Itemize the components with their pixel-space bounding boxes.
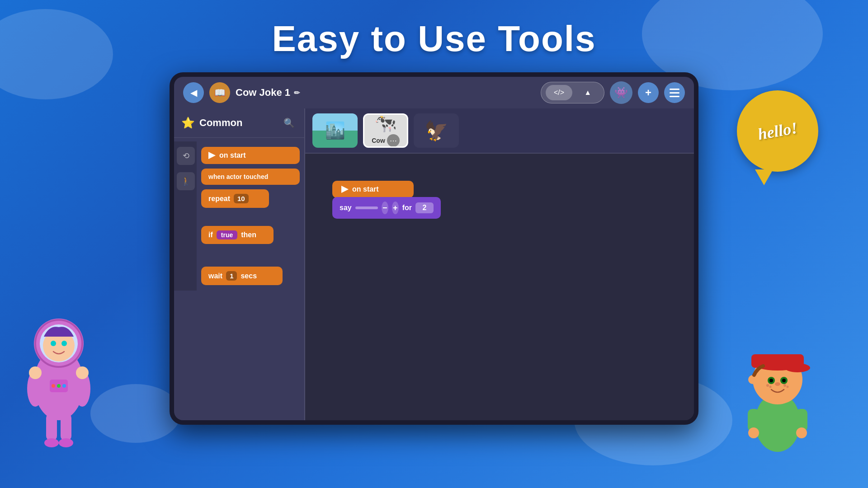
scene-icon: ▲ bbox=[584, 89, 591, 97]
play-icon bbox=[208, 152, 216, 159]
secs-label: secs bbox=[241, 272, 257, 280]
left-panel: ⭐ Common 🔍 ⟲ 🚶 bbox=[174, 108, 305, 420]
then-label: then bbox=[241, 231, 256, 239]
bubble-text: hello! bbox=[756, 118, 799, 144]
edit-icon[interactable]: ✏ bbox=[294, 89, 300, 97]
star-icon: ⭐ bbox=[181, 117, 195, 129]
svg-point-32 bbox=[775, 382, 780, 386]
plus-button[interactable]: + bbox=[392, 202, 399, 214]
say-value-input[interactable] bbox=[355, 206, 378, 209]
page-title: Easy to Use Tools bbox=[0, 0, 868, 60]
cow-icon: 🐄 bbox=[374, 114, 397, 132]
svg-point-27 bbox=[782, 379, 786, 382]
sprite-bird[interactable]: 🦅 bbox=[414, 113, 459, 148]
panel-sidebar-icons: ⟲ 🚶 bbox=[174, 141, 197, 291]
device-screen: ◀ 📖 Cow Joke 1 ✏ </> ▲ bbox=[174, 77, 694, 420]
monster-avatar[interactable]: 👾 bbox=[610, 81, 632, 104]
code-view-button[interactable]: </> bbox=[546, 85, 572, 100]
category-name: Common bbox=[199, 117, 276, 129]
sprite-more-button[interactable]: ⋯ bbox=[387, 134, 400, 147]
svg-point-15 bbox=[57, 384, 61, 388]
menu-button[interactable] bbox=[664, 82, 685, 103]
app-header: ◀ 📖 Cow Joke 1 ✏ </> ▲ bbox=[174, 77, 694, 108]
menu-icon bbox=[670, 89, 679, 97]
boy-character bbox=[732, 325, 832, 483]
for-value: 2 bbox=[423, 204, 427, 211]
for-label: for bbox=[402, 204, 412, 212]
person-icon-sidebar[interactable]: 🚶 bbox=[177, 172, 195, 190]
search-button[interactable]: 🔍 bbox=[281, 115, 297, 131]
svg-point-18 bbox=[29, 366, 42, 379]
project-title-container: Cow Joke 1 ✏ bbox=[236, 87, 535, 99]
canvas-on-start-block[interactable]: on start bbox=[332, 181, 414, 198]
svg-point-28 bbox=[766, 384, 769, 387]
scene-view-button[interactable]: ▲ bbox=[576, 85, 599, 100]
block-wait[interactable]: wait 1 secs bbox=[201, 267, 283, 285]
block-when-actor-touched[interactable]: when actor touched bbox=[201, 169, 300, 185]
sprite-landscape[interactable]: 🏙️ bbox=[312, 113, 358, 148]
code-icon: </> bbox=[554, 89, 564, 97]
sprite-cow[interactable]: 🐄 Cow ⋯ bbox=[363, 113, 408, 148]
svg-point-30 bbox=[783, 384, 786, 387]
svg-point-16 bbox=[62, 384, 66, 388]
for-value-input[interactable]: 2 bbox=[415, 202, 434, 213]
svg-point-4 bbox=[51, 341, 56, 346]
book-icon: 📖 bbox=[214, 87, 226, 98]
repeat-value[interactable]: 10 bbox=[234, 194, 249, 203]
canvas-on-start-label: on start bbox=[352, 185, 379, 193]
add-button[interactable]: + bbox=[638, 82, 659, 103]
app-body: ⭐ Common 🔍 ⟲ 🚶 bbox=[174, 108, 694, 420]
cow-label: Cow bbox=[372, 137, 385, 144]
block-label: wait bbox=[208, 272, 222, 280]
bubble-tail bbox=[755, 169, 773, 185]
block-label: repeat bbox=[208, 195, 230, 203]
canvas-say-block[interactable]: say − + for 2 bbox=[332, 197, 441, 219]
say-block-wrapper: say − + for 2 bbox=[332, 197, 441, 219]
svg-point-5 bbox=[61, 341, 67, 346]
header-right: 👾 + bbox=[610, 81, 685, 104]
sprite-bar: 🏙️ 🐄 Cow ⋯ 🦅 bbox=[305, 108, 694, 154]
minus-button[interactable]: − bbox=[382, 202, 388, 214]
search-icon: 🔍 bbox=[283, 117, 295, 128]
say-label: say bbox=[340, 204, 352, 212]
block-repeat[interactable]: repeat 10 bbox=[201, 189, 269, 208]
astronaut-character bbox=[14, 294, 122, 465]
monster-icon-glyph: 👾 bbox=[614, 86, 628, 99]
panel-icon-bar: ⟲ 🚶 on start when actor touched bbox=[174, 138, 304, 294]
book-button[interactable]: 📖 bbox=[209, 82, 230, 103]
svg-point-11 bbox=[44, 438, 59, 447]
svg-point-29 bbox=[769, 386, 772, 388]
svg-point-8 bbox=[76, 366, 89, 379]
bubble-circle: hello! bbox=[737, 90, 818, 172]
svg-rect-10 bbox=[61, 413, 71, 441]
svg-point-26 bbox=[769, 379, 773, 382]
svg-point-37 bbox=[796, 427, 807, 438]
sprite-label-row: Cow ⋯ bbox=[372, 134, 400, 147]
block-label: when actor touched bbox=[208, 173, 268, 180]
canvas-block-group: on start say − + for 2 bbox=[332, 181, 441, 219]
back-icon: ◀ bbox=[190, 87, 197, 98]
panel-header: ⭐ Common 🔍 bbox=[174, 108, 304, 138]
landscape-icon: 🏙️ bbox=[325, 121, 345, 140]
svg-point-33 bbox=[748, 375, 757, 384]
svg-point-14 bbox=[52, 384, 55, 388]
block-if-true[interactable]: if true then bbox=[201, 226, 274, 244]
speech-bubble: hello! bbox=[737, 90, 818, 172]
repeat-icon-sidebar[interactable]: ⟲ bbox=[177, 147, 195, 165]
block-label: if bbox=[208, 231, 213, 239]
wait-value[interactable]: 1 bbox=[226, 271, 237, 281]
svg-point-23 bbox=[785, 363, 810, 372]
block-label: on start bbox=[219, 151, 246, 160]
project-name: Cow Joke 1 bbox=[236, 87, 290, 99]
svg-rect-9 bbox=[46, 413, 57, 441]
bool-value[interactable]: true bbox=[217, 230, 237, 239]
view-toggle: </> ▲ bbox=[541, 82, 604, 103]
back-button[interactable]: ◀ bbox=[183, 82, 204, 103]
blocks-list: on start when actor touched repeat 10 bbox=[197, 141, 304, 291]
svg-point-12 bbox=[59, 438, 73, 447]
main-area: 🏙️ 🐄 Cow ⋯ 🦅 bbox=[305, 108, 694, 420]
svg-point-31 bbox=[787, 386, 789, 388]
view-toggle-bar: </> ▲ bbox=[541, 82, 604, 103]
code-canvas[interactable]: on start say − + for 2 bbox=[305, 154, 694, 420]
block-on-start[interactable]: on start bbox=[201, 147, 300, 164]
